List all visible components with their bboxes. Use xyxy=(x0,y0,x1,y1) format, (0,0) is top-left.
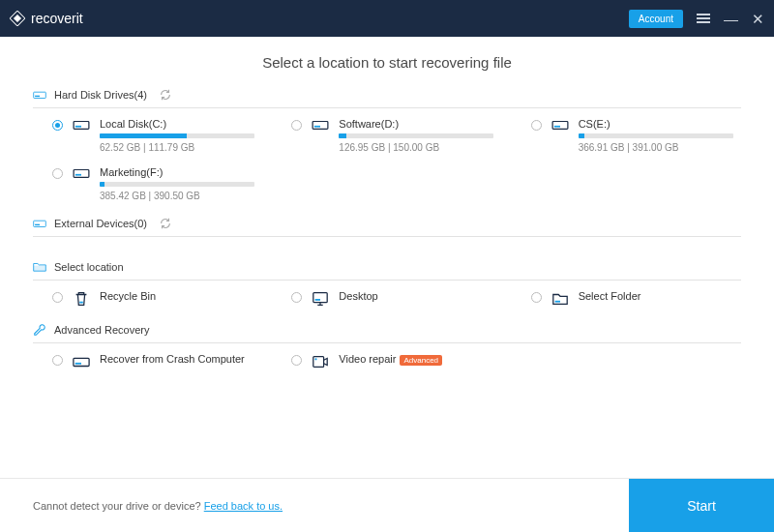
svg-rect-20 xyxy=(75,363,81,365)
section-header-location: Select location xyxy=(33,260,741,274)
section-label: Select location xyxy=(54,261,124,273)
advanced-badge: Advanced xyxy=(400,355,442,366)
item-label: Select Folder xyxy=(579,290,741,302)
usage-bar xyxy=(100,182,254,187)
svg-rect-18 xyxy=(554,301,559,303)
drive-icon xyxy=(33,88,46,102)
section-header-drives: Hard Disk Drives(4) xyxy=(33,88,741,102)
svg-rect-9 xyxy=(554,126,560,128)
drive-size: 366.91 GB | 391.00 GB xyxy=(579,142,741,153)
wrench-icon xyxy=(33,323,46,337)
drive-item[interactable]: CS(E:)366.91 GB | 391.00 GB xyxy=(512,118,741,153)
section-label: Advanced Recovery xyxy=(54,324,149,336)
video-repair-icon xyxy=(312,353,329,370)
drive-icon xyxy=(73,118,90,132)
divider xyxy=(33,236,741,237)
svg-rect-13 xyxy=(35,224,40,225)
feedback-link[interactable]: Feed back to us. xyxy=(204,500,283,512)
drive-item[interactable]: Local Disk(C:)62.52 GB | 111.79 GB xyxy=(33,118,262,153)
svg-rect-12 xyxy=(34,221,46,226)
drive-icon xyxy=(312,118,329,132)
radio[interactable] xyxy=(52,168,63,179)
app-name: recoverit xyxy=(31,11,83,26)
drive-icon xyxy=(551,118,569,132)
svg-rect-6 xyxy=(313,122,328,130)
page-title: Select a location to start recovering fi… xyxy=(33,54,741,71)
drive-label: Marketing(F:) xyxy=(100,166,262,178)
section-label: Hard Disk Drives(4) xyxy=(54,89,147,101)
menu-icon[interactable] xyxy=(697,14,710,23)
minimize-button[interactable]: — xyxy=(724,12,738,26)
svg-rect-14 xyxy=(34,266,46,272)
drive-icon xyxy=(73,353,90,370)
footer: Cannot detect your drive or device? Feed… xyxy=(0,478,774,532)
location-desktop[interactable]: Desktop xyxy=(272,290,501,308)
svg-rect-2 xyxy=(34,92,46,98)
svg-rect-16 xyxy=(313,293,327,303)
drive-size: 62.52 GB | 111.79 GB xyxy=(100,142,262,153)
close-button[interactable]: ✕ xyxy=(752,12,764,26)
svg-point-22 xyxy=(315,358,317,360)
svg-rect-3 xyxy=(35,96,40,97)
usage-bar xyxy=(579,133,733,138)
account-button[interactable]: Account xyxy=(629,10,683,28)
titlebar: recoverit Account — ✕ xyxy=(0,0,774,37)
section-label: External Devices(0) xyxy=(54,218,147,229)
svg-rect-11 xyxy=(75,174,81,176)
usage-bar xyxy=(339,133,493,138)
drive-icon xyxy=(73,166,90,180)
drive-item[interactable]: Marketing(F:)385.42 GB | 390.50 GB xyxy=(33,166,262,201)
section-header-advanced: Advanced Recovery xyxy=(33,323,741,337)
refresh-icon[interactable] xyxy=(159,88,172,102)
recoverit-logo-icon xyxy=(10,11,25,26)
drive-label: CS(E:) xyxy=(579,118,741,130)
drive-size: 385.42 GB | 390.50 GB xyxy=(100,191,262,201)
drives-grid: Local Disk(C:)62.52 GB | 111.79 GBSoftwa… xyxy=(33,118,741,201)
radio[interactable] xyxy=(291,355,302,366)
folder-icon xyxy=(33,260,46,274)
item-label: Desktop xyxy=(339,290,501,302)
advanced-crash-recovery[interactable]: Recover from Crash Computer xyxy=(33,353,262,370)
footer-text: Cannot detect your drive or device? Feed… xyxy=(33,500,283,512)
svg-rect-7 xyxy=(314,126,320,128)
svg-rect-19 xyxy=(74,358,89,366)
item-label: Recover from Crash Computer xyxy=(100,353,262,365)
radio[interactable] xyxy=(52,292,63,303)
svg-rect-17 xyxy=(315,299,320,301)
divider xyxy=(33,342,741,343)
divider xyxy=(33,107,741,108)
drive-size: 126.95 GB | 150.00 GB xyxy=(339,142,501,153)
radio[interactable] xyxy=(291,292,302,303)
divider xyxy=(33,280,741,281)
radio[interactable] xyxy=(291,120,302,131)
svg-rect-15 xyxy=(79,302,83,304)
locations-grid: Recycle Bin Desktop Select Folder xyxy=(33,290,741,308)
radio[interactable] xyxy=(52,355,63,366)
location-recycle-bin[interactable]: Recycle Bin xyxy=(33,290,262,308)
radio[interactable] xyxy=(52,120,63,131)
advanced-grid: Recover from Crash Computer Video repair… xyxy=(33,353,741,370)
radio[interactable] xyxy=(531,292,542,303)
svg-rect-10 xyxy=(74,170,89,178)
app-logo: recoverit xyxy=(10,11,83,26)
drive-icon xyxy=(33,217,46,230)
svg-rect-4 xyxy=(74,122,89,130)
drive-label: Software(D:) xyxy=(339,118,501,130)
drive-label: Local Disk(C:) xyxy=(100,118,262,130)
start-button[interactable]: Start xyxy=(629,479,774,533)
svg-rect-1 xyxy=(15,15,21,22)
radio[interactable] xyxy=(531,120,542,131)
section-header-external: External Devices(0) xyxy=(33,217,741,230)
advanced-video-repair[interactable]: Video repairAdvanced xyxy=(272,353,501,370)
item-label: Recycle Bin xyxy=(100,290,262,302)
svg-rect-21 xyxy=(313,357,324,368)
recycle-bin-icon xyxy=(73,290,90,308)
item-label: Video repairAdvanced xyxy=(339,353,501,366)
folder-open-icon xyxy=(551,290,569,308)
refresh-icon[interactable] xyxy=(159,217,172,230)
svg-rect-5 xyxy=(75,126,81,128)
drive-item[interactable]: Software(D:)126.95 GB | 150.00 GB xyxy=(272,118,501,153)
main-content: Select a location to start recovering fi… xyxy=(0,37,774,478)
desktop-icon xyxy=(312,290,329,308)
location-select-folder[interactable]: Select Folder xyxy=(512,290,741,308)
